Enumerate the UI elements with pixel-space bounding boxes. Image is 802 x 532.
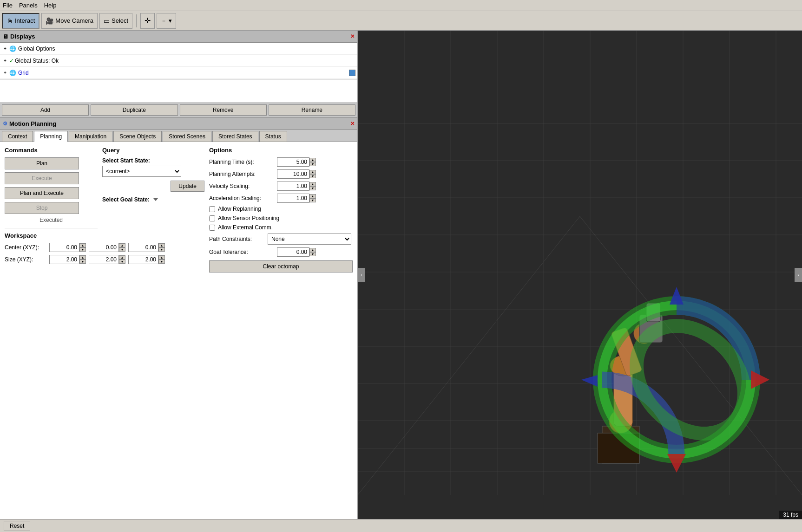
allow-sensor-checkbox[interactable] bbox=[209, 215, 215, 221]
motion-planning-close-button[interactable]: ✕ bbox=[350, 121, 355, 127]
size-x-up-arrow[interactable]: ▲ bbox=[79, 255, 86, 260]
menu-file[interactable]: File bbox=[3, 2, 13, 9]
select-icon: ▭ bbox=[104, 17, 110, 25]
color-swatch[interactable] bbox=[349, 70, 355, 76]
tab-stored-scenes[interactable]: Stored Scenes bbox=[163, 131, 211, 142]
rename-display-button[interactable]: Rename bbox=[269, 104, 355, 116]
tab-stored-states[interactable]: Stored States bbox=[212, 131, 258, 142]
size-x-input[interactable] bbox=[49, 255, 79, 264]
planning-time-row: Planning Time (s): 5.00 ▲ ▼ bbox=[209, 157, 353, 167]
executed-label: Executed bbox=[5, 217, 98, 223]
goal-tolerance-input[interactable]: 0.00 bbox=[277, 247, 309, 257]
planning-time-input[interactable]: 5.00 bbox=[277, 157, 309, 167]
planning-attempts-up[interactable]: ▲ bbox=[309, 170, 316, 174]
expand-icon[interactable]: + bbox=[2, 70, 8, 76]
remove-display-button[interactable]: Remove bbox=[180, 104, 267, 116]
center-xyz-row: Center (XYZ): ▲ ▼ bbox=[5, 243, 98, 252]
minus-dropdown-button[interactable]: － ▾ bbox=[157, 13, 176, 29]
velocity-scaling-row: Velocity Scaling: 1.00 ▲ ▼ bbox=[209, 182, 353, 191]
display-item-label: Global Options bbox=[18, 45, 55, 52]
allow-external-checkbox[interactable] bbox=[209, 225, 215, 231]
allow-external-label: Allow External Comm. bbox=[218, 224, 273, 231]
add-icon: ✛ bbox=[145, 16, 151, 25]
clear-octomap-button[interactable]: Clear octomap bbox=[209, 260, 353, 272]
center-x-up-arrow[interactable]: ▲ bbox=[79, 243, 86, 247]
planning-attempts-row: Planning Attempts: 10.00 ▲ ▼ bbox=[209, 169, 353, 179]
goal-tolerance-up[interactable]: ▲ bbox=[309, 248, 316, 252]
move-camera-button[interactable]: 🎥 Move Camera bbox=[41, 13, 98, 29]
velocity-scaling-down[interactable]: ▼ bbox=[309, 186, 316, 190]
velocity-scaling-input[interactable]: 1.00 bbox=[277, 182, 309, 191]
center-x-down-arrow[interactable]: ▼ bbox=[79, 247, 86, 252]
planning-attempts-down[interactable]: ▼ bbox=[309, 174, 316, 178]
viewport: ‹ › 31 fps bbox=[358, 31, 802, 519]
planning-attempts-spinbox: 10.00 ▲ ▼ bbox=[277, 169, 316, 179]
planning-time-down[interactable]: ▼ bbox=[309, 162, 316, 166]
globe-icon: 🌐 bbox=[9, 70, 16, 76]
fps-counter: 31 fps bbox=[779, 511, 802, 519]
tab-status[interactable]: Status bbox=[259, 131, 287, 142]
motion-header-left: ⚙ Motion Planning bbox=[3, 120, 56, 127]
acceleration-scaling-down[interactable]: ▼ bbox=[309, 198, 316, 202]
goal-tolerance-down[interactable]: ▼ bbox=[309, 252, 316, 256]
start-state-dropdown[interactable]: <current> bbox=[102, 166, 181, 177]
expand-icon[interactable]: + bbox=[2, 58, 8, 64]
select-button[interactable]: ▭ Select bbox=[99, 13, 132, 29]
plan-execute-button[interactable]: Plan and Execute bbox=[5, 187, 79, 199]
acceleration-scaling-up[interactable]: ▲ bbox=[309, 194, 316, 198]
size-x-down-arrow[interactable]: ▼ bbox=[79, 260, 86, 264]
options-column: Options Planning Time (s): 5.00 ▲ ▼ bbox=[209, 147, 353, 272]
plan-button[interactable]: Plan bbox=[5, 157, 79, 169]
query-column: Query Select Start State: <current> Upda… bbox=[102, 147, 204, 272]
collapse-right-button[interactable]: › bbox=[795, 268, 802, 282]
add-display-button[interactable]: Add bbox=[2, 104, 89, 116]
expand-icon[interactable]: + bbox=[2, 45, 8, 52]
center-x-input-group: ▲ ▼ bbox=[49, 243, 86, 252]
planning-time-up[interactable]: ▲ bbox=[309, 158, 316, 162]
toolbar: 🖱 Interact 🎥 Move Camera ▭ Select ✛ － ▾ bbox=[0, 11, 802, 31]
duplicate-display-button[interactable]: Duplicate bbox=[91, 104, 177, 116]
tab-scene-objects[interactable]: Scene Objects bbox=[113, 131, 162, 142]
update-button[interactable]: Update bbox=[171, 181, 204, 192]
select-label: Select bbox=[112, 17, 128, 24]
motion-planning-header: ⚙ Motion Planning ✕ bbox=[0, 118, 357, 130]
collapse-left-button[interactable]: ‹ bbox=[358, 268, 365, 282]
tab-context[interactable]: Context bbox=[2, 131, 33, 142]
stop-button[interactable]: Stop bbox=[5, 202, 79, 214]
menu-panels[interactable]: Panels bbox=[19, 2, 38, 9]
planning-grid: Commands Plan Execute Plan and Execute S… bbox=[5, 147, 353, 272]
allow-replanning-checkbox[interactable] bbox=[209, 206, 215, 212]
allow-sensor-row: Allow Sensor Positioning bbox=[209, 215, 353, 221]
query-title: Query bbox=[102, 147, 204, 154]
acceleration-scaling-spinners: ▲ ▼ bbox=[309, 194, 316, 202]
displays-close-button[interactable]: ✕ bbox=[350, 33, 355, 39]
commands-column: Commands Plan Execute Plan and Execute S… bbox=[5, 147, 98, 272]
goal-arrow-icon bbox=[153, 198, 158, 201]
velocity-scaling-up[interactable]: ▲ bbox=[309, 182, 316, 186]
workspace-title: Workspace bbox=[5, 232, 98, 239]
menu-help[interactable]: Help bbox=[44, 2, 57, 9]
display-item-label: Grid bbox=[18, 70, 29, 76]
velocity-scaling-label: Velocity Scaling: bbox=[209, 183, 274, 189]
interact-button[interactable]: 🖱 Interact bbox=[2, 13, 39, 29]
tab-planning[interactable]: Planning bbox=[34, 131, 68, 142]
goal-tolerance-row: Goal Tolerance: 0.00 ▲ ▼ bbox=[209, 247, 353, 257]
main-layout: 🖥 Displays ✕ + 🌐 Global Options + ✓ Glob… bbox=[0, 31, 802, 519]
reset-button[interactable]: Reset bbox=[4, 521, 30, 531]
allow-external-row: Allow External Comm. bbox=[209, 224, 353, 231]
planning-attempts-input[interactable]: 10.00 bbox=[277, 169, 309, 179]
robot-visualization bbox=[514, 250, 774, 482]
planning-time-spinners: ▲ ▼ bbox=[309, 158, 316, 166]
tab-manipulation[interactable]: Manipulation bbox=[69, 131, 112, 142]
center-x-input[interactable] bbox=[49, 243, 79, 252]
bottom-bar: Reset bbox=[0, 519, 802, 532]
svg-marker-35 bbox=[667, 454, 686, 473]
add-button[interactable]: ✛ bbox=[140, 13, 155, 29]
allow-replanning-label: Allow Replanning bbox=[218, 206, 261, 212]
acceleration-scaling-input[interactable]: 1.00 bbox=[277, 194, 309, 203]
motion-icon: ⚙ bbox=[3, 121, 7, 127]
size-label: Size (XYZ): bbox=[5, 256, 46, 263]
execute-button[interactable]: Execute bbox=[5, 172, 79, 184]
path-constraints-dropdown[interactable]: None bbox=[268, 234, 351, 245]
velocity-scaling-spinbox: 1.00 ▲ ▼ bbox=[277, 182, 316, 191]
